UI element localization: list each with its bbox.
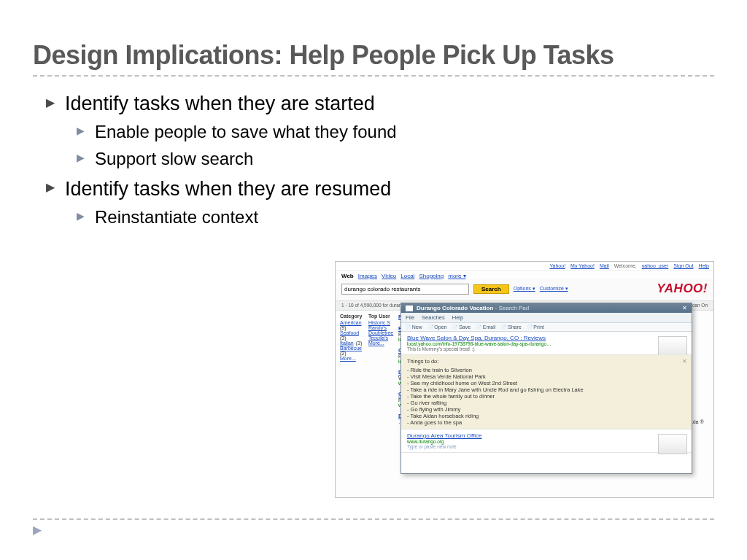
facet-link[interactable]: Barbecue [340, 346, 362, 351]
note-placeholder[interactable]: Type or paste new note [407, 444, 686, 449]
tab-images[interactable]: Images [358, 273, 377, 279]
bullet-arrow-icon: ▶ [77, 150, 85, 166]
top-user[interactable]: yahoo_user [642, 263, 669, 268]
thumbnail [658, 434, 687, 454]
search-input[interactable] [341, 284, 469, 295]
searchpad-title: Durango Colorado Vacation [417, 305, 493, 311]
note-list-item: Take Aidan horseback riding [407, 413, 686, 419]
yahoo-window: Yahoo! My Yahoo! Mail Welcome, yahoo_use… [335, 261, 714, 498]
top-link[interactable]: Sign Out [673, 263, 693, 268]
bullet-1-text: Identify tasks when they are started [65, 90, 375, 118]
top-link[interactable]: My Yahoo! [570, 263, 595, 268]
note-list-item: Take the whole family out to dinner [407, 393, 686, 400]
bullet-2: ▶Identify tasks when they are resumed [46, 175, 714, 203]
screenshot-figure: Yahoo! My Yahoo! Mail Welcome, yahoo_use… [335, 261, 714, 498]
menu-file[interactable]: File [406, 314, 414, 321]
note-list-item: Go river rafting [407, 400, 686, 406]
saved-item-title[interactable]: Durango Area Tourism Office [407, 432, 686, 439]
top-link[interactable]: Mail [600, 263, 609, 268]
note-heading: Things to do: [407, 358, 686, 365]
facet-link[interactable]: Randy's [368, 325, 387, 330]
yahoo-logo: YAHOO! [657, 281, 708, 296]
facet-link[interactable]: American [340, 320, 362, 325]
options-link[interactable]: Options ▾ [514, 286, 535, 292]
saved-item-url: local.yahoo.com/info-19738798-blue-wave-… [407, 341, 686, 346]
top-link[interactable]: Help [699, 263, 709, 268]
facet-link[interactable]: Tequila's [368, 335, 388, 341]
tool-open[interactable]: Open [428, 324, 447, 330]
note-list-item: Take a ride in Mary Jane with Uncle Rod … [407, 386, 686, 393]
tool-share[interactable]: Share [501, 324, 521, 330]
facet-count: (3) [356, 341, 363, 346]
tab-shopping[interactable]: Shopping [419, 273, 444, 279]
note-list-item: Anda goes to the spa [407, 419, 686, 426]
slide-marker-icon: ▶ [33, 523, 42, 537]
bullet-2a-text: Reinstantiate context [95, 205, 258, 230]
searchpad-menubar: File Searches Help [401, 313, 692, 323]
bullet-list: ▶Identify tasks when they are started ▶E… [33, 90, 714, 230]
facet-link[interactable]: Doubletree [368, 330, 393, 335]
menu-searches[interactable]: Searches [422, 314, 445, 321]
top-link[interactable]: Yahoo! [549, 263, 565, 268]
facet-more[interactable]: More... [368, 341, 384, 346]
bottom-divider [33, 518, 714, 520]
searchpad-subtitle: - Search Pad [493, 305, 529, 311]
searchpad-toolbar: New Open Save Email Share Print [401, 323, 692, 332]
bullet-2-text: Identify tasks when they are resumed [65, 175, 391, 203]
bullet-2a: ▶Reinstantiate context [77, 205, 714, 230]
facet-count: (3) [340, 335, 347, 341]
searchpad-content: Blue Wave Salon & Day Spa, Durango, CO :… [401, 332, 692, 473]
bullet-1b: ▶Support slow search [77, 147, 714, 172]
bullet-arrow-icon: ▶ [77, 209, 85, 224]
search-button[interactable]: Search [473, 284, 509, 294]
tool-email[interactable]: Email [476, 324, 495, 330]
searchpad-titlebar[interactable]: Durango Colorado Vacation - Search Pad ✕ [401, 303, 692, 313]
facet-sidebar: Category American(9) Seafood(3) Italian(… [336, 311, 394, 432]
bullet-arrow-icon: ▶ [46, 179, 55, 195]
close-icon[interactable]: ✕ [682, 305, 687, 311]
facet-count: (9) [340, 325, 347, 330]
slide-title: Design Implications: Help People Pick Up… [33, 40, 714, 71]
note-block: ✕ Things to do: Ride the train to Silver… [401, 355, 692, 429]
note-list-item: See my childhood home on West 2nd Street [407, 380, 686, 386]
saved-item-url: www.durango.org [407, 439, 686, 444]
tool-new[interactable]: New [406, 324, 422, 330]
tab-video[interactable]: Video [382, 273, 396, 279]
search-row: Search Options ▾ Customize ▾ YAHOO! [336, 279, 713, 301]
bullet-arrow-icon: ▶ [77, 123, 85, 139]
delete-icon[interactable]: ✕ [682, 358, 687, 365]
note-list-item: Ride the train to Silverton [407, 367, 686, 373]
tab-web[interactable]: Web [341, 273, 354, 279]
tool-save[interactable]: Save [452, 324, 471, 330]
bullet-arrow-icon: ▶ [46, 94, 55, 111]
yahoo-top-links: Yahoo! My Yahoo! Mail Welcome, yahoo_use… [336, 262, 713, 271]
menu-help[interactable]: Help [452, 314, 463, 321]
thumbnail [658, 336, 687, 357]
note-list-item: Visit Mesa Verde National Park [407, 373, 686, 380]
facet-link[interactable]: Historic S [368, 320, 390, 325]
topuser-heading: Top User [368, 314, 395, 319]
saved-item: Blue Wave Salon & Day Spa, Durango, CO :… [401, 332, 692, 355]
note-list-item: Go flying with Jimmy [407, 406, 686, 413]
bullet-1a: ▶Enable people to save what they found [77, 120, 714, 145]
note-list: Ride the train to SilvertonVisit Mesa Ve… [407, 367, 686, 426]
saved-item-note: This is Mommy's special treat! :) [407, 346, 686, 351]
facet-link[interactable]: Italian [340, 341, 354, 346]
customize-link[interactable]: Customize ▾ [540, 286, 568, 292]
tab-more[interactable]: more ▾ [448, 273, 465, 279]
category-heading: Category [340, 314, 364, 319]
tab-local[interactable]: Local [400, 273, 414, 279]
search-tabs: Web Images Video Local Shopping more ▾ [336, 271, 713, 279]
bullet-1b-text: Support slow search [95, 147, 253, 172]
saved-item-title[interactable]: Blue Wave Salon & Day Spa, Durango, CO :… [407, 335, 686, 341]
title-divider [33, 75, 714, 77]
saved-item: Durango Area Tourism Office www.durango.… [401, 429, 692, 453]
facet-link[interactable]: Seafood [340, 330, 359, 335]
facet-more[interactable]: More... [340, 356, 356, 361]
searchpad-icon [406, 306, 413, 311]
bullet-1: ▶Identify tasks when they are started [46, 90, 714, 118]
slide: Design Implications: Help People Pick Up… [0, 0, 747, 560]
tool-print[interactable]: Print [527, 324, 544, 330]
searchpad-window[interactable]: Durango Colorado Vacation - Search Pad ✕… [400, 303, 692, 474]
facet-count: (2) [340, 351, 347, 356]
